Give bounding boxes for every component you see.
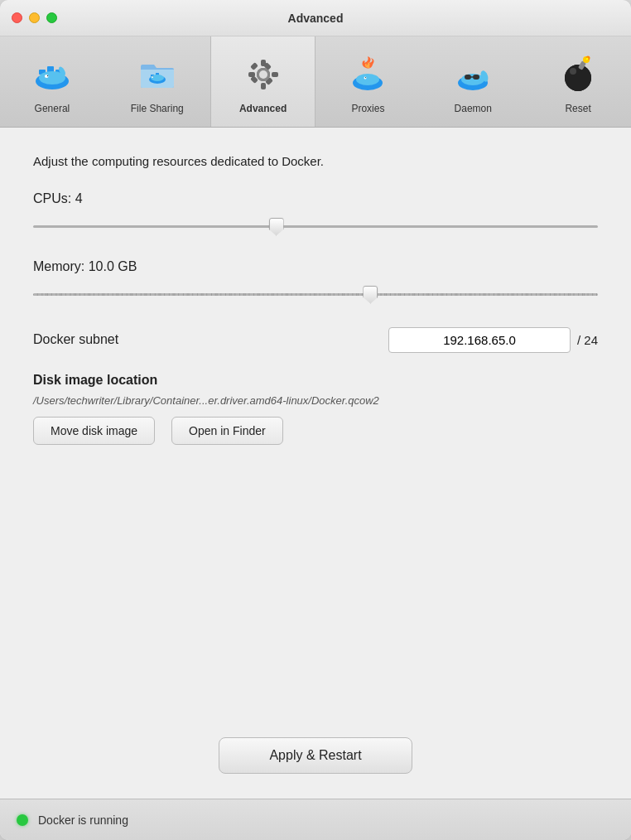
traffic-lights (12, 12, 57, 23)
svg-point-43 (570, 68, 576, 75)
toolbar: General File Sharing (0, 36, 631, 128)
reset-icon (553, 50, 603, 99)
svg-point-13 (152, 76, 153, 78)
tab-general-label: General (35, 103, 70, 114)
svg-point-7 (46, 75, 48, 77)
svg-point-28 (356, 74, 379, 85)
svg-point-14 (152, 76, 153, 77)
svg-point-42 (586, 57, 589, 60)
memory-section: Memory: 10.0 GB (33, 259, 598, 307)
proxies-icon (343, 50, 393, 99)
subnet-input[interactable] (388, 327, 571, 353)
content-area: Adjust the computing resources dedicated… (0, 128, 631, 799)
cpu-section: CPUs: 4 (33, 191, 598, 239)
file-sharing-icon (132, 50, 182, 99)
advanced-icon (238, 50, 288, 99)
cpu-slider-container (33, 215, 598, 239)
svg-rect-33 (465, 75, 471, 80)
svg-point-30 (365, 77, 366, 78)
tab-proxies-label: Proxies (351, 103, 384, 114)
apply-restart-button[interactable]: Apply & Restart (219, 737, 412, 774)
cpu-label: CPUs: 4 (33, 191, 598, 206)
tab-reset[interactable]: Reset (526, 36, 631, 127)
svg-point-8 (47, 75, 48, 75)
tab-proxies[interactable]: Proxies (316, 36, 421, 127)
disk-path: /Users/techwriter/Library/Container...er… (33, 394, 598, 407)
minimize-button[interactable] (29, 12, 40, 23)
svg-point-26 (259, 70, 267, 79)
apply-section: Apply & Restart (33, 737, 598, 774)
subnet-input-wrap: / 24 (132, 327, 598, 353)
tab-file-sharing[interactable]: File Sharing (105, 36, 210, 127)
tab-daemon-label: Daemon (455, 103, 492, 114)
svg-rect-34 (473, 75, 479, 80)
subnet-row: Docker subnet / 24 (33, 327, 598, 353)
maximize-button[interactable] (46, 12, 57, 23)
memory-label: Memory: 10.0 GB (33, 259, 598, 274)
general-icon (27, 50, 77, 99)
tab-daemon[interactable]: Daemon (421, 36, 526, 127)
tab-general[interactable]: General (0, 36, 105, 127)
cpu-slider[interactable] (33, 225, 598, 228)
memory-slider[interactable] (33, 293, 598, 296)
title-bar: Advanced (0, 0, 631, 36)
main-window: Advanced General (0, 0, 631, 840)
status-text: Docker is running (38, 813, 128, 827)
tab-reset-label: Reset (565, 103, 590, 114)
window-title: Advanced (288, 12, 344, 25)
svg-point-38 (565, 65, 591, 91)
status-bar: Docker is running (0, 799, 631, 840)
memory-slider-container (33, 282, 598, 307)
subnet-label: Docker subnet (33, 332, 118, 347)
tab-file-sharing-label: File Sharing (131, 103, 184, 114)
disk-title: Disk image location (33, 373, 598, 388)
daemon-icon (448, 50, 498, 99)
svg-rect-21 (250, 62, 258, 70)
tab-advanced[interactable]: Advanced (210, 36, 316, 127)
svg-rect-18 (261, 83, 266, 89)
disk-section: Disk image location /Users/techwriter/Li… (33, 373, 598, 445)
close-button[interactable] (12, 12, 22, 23)
move-disk-button[interactable]: Move disk image (33, 417, 155, 445)
disk-buttons: Move disk image Open in Finder (33, 417, 598, 445)
description-text: Adjust the computing resources dedicated… (33, 152, 598, 171)
svg-point-12 (151, 75, 164, 81)
subnet-suffix: / 24 (577, 333, 598, 347)
status-indicator (17, 814, 28, 826)
svg-rect-20 (272, 72, 278, 77)
open-finder-button[interactable]: Open in Finder (171, 417, 283, 445)
tab-advanced-label: Advanced (239, 103, 287, 114)
